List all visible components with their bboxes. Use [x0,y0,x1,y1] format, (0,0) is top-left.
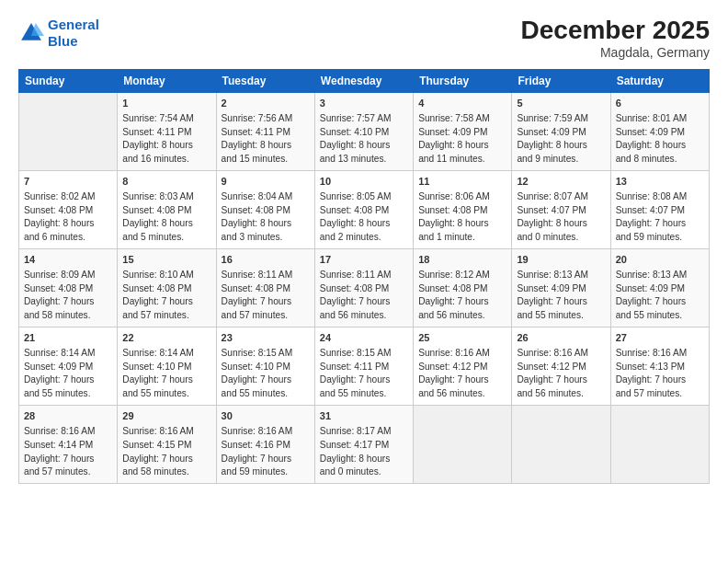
day-info: Daylight: 8 hours [517,139,605,153]
week-row-3: 14Sunrise: 8:09 AMSunset: 4:08 PMDayligh… [19,248,710,327]
day-info: and 57 minutes. [24,465,112,479]
day-info: Sunrise: 8:14 AM [24,347,112,361]
calendar-cell: 31Sunrise: 8:17 AMSunset: 4:17 PMDayligh… [314,406,413,484]
logo-icon [18,20,44,46]
day-info: Daylight: 7 hours [616,373,704,387]
day-info: Sunrise: 8:05 AM [320,190,408,204]
day-info: Daylight: 7 hours [24,295,112,309]
day-number: 15 [122,253,210,268]
day-info: Daylight: 8 hours [122,217,210,231]
day-info: Sunrise: 8:16 AM [418,347,506,361]
calendar-cell: 17Sunrise: 8:11 AMSunset: 4:08 PMDayligh… [314,248,413,327]
header-day-sunday: Sunday [19,69,118,92]
day-info: and 0 minutes. [517,231,605,245]
day-info: Sunset: 4:11 PM [320,361,408,374]
calendar-cell: 7Sunrise: 8:02 AMSunset: 4:08 PMDaylight… [19,170,118,248]
calendar-cell: 13Sunrise: 8:08 AMSunset: 4:07 PMDayligh… [610,170,709,248]
day-info: Daylight: 7 hours [517,373,605,387]
day-info: and 57 minutes. [222,309,310,323]
header-row: SundayMondayTuesdayWednesdayThursdayFrid… [19,69,710,92]
day-info: Daylight: 7 hours [122,373,210,387]
day-info: and 57 minutes. [122,309,210,323]
day-number: 10 [320,175,408,190]
day-info: and 55 minutes. [517,309,605,323]
calendar-cell: 12Sunrise: 8:07 AMSunset: 4:07 PMDayligh… [512,170,610,248]
day-info: Daylight: 7 hours [122,295,210,309]
day-info: Daylight: 7 hours [517,295,605,309]
day-info: Daylight: 7 hours [320,295,408,309]
day-info: Sunset: 4:07 PM [517,204,605,218]
day-info: Daylight: 8 hours [122,139,210,153]
calendar-cell: 28Sunrise: 8:16 AMSunset: 4:14 PMDayligh… [19,406,118,484]
day-info: Sunrise: 8:16 AM [616,347,704,361]
day-number: 1 [122,97,210,111]
logo-line1: General [48,17,99,32]
day-info: Sunrise: 8:10 AM [122,269,210,282]
day-info: Sunset: 4:08 PM [418,204,506,218]
day-number: 16 [222,253,310,268]
day-info: Sunrise: 8:08 AM [616,190,704,204]
day-info: Sunrise: 7:56 AM [222,112,310,126]
day-info: Sunrise: 8:14 AM [122,347,210,361]
calendar-cell: 25Sunrise: 8:16 AMSunset: 4:12 PMDayligh… [414,327,512,405]
day-info: Sunset: 4:08 PM [24,204,112,218]
calendar-cell [610,406,709,484]
calendar-subtitle: Magdala, Germany [521,45,710,60]
logo-text: General Blue [48,17,99,50]
day-number: 26 [517,331,605,346]
day-info: Daylight: 8 hours [222,139,310,153]
calendar-cell: 21Sunrise: 8:14 AMSunset: 4:09 PMDayligh… [19,327,118,405]
day-info: Sunset: 4:10 PM [222,361,310,374]
day-info: Sunrise: 8:04 AM [222,190,310,204]
day-number: 27 [616,331,704,346]
day-number: 7 [24,175,112,190]
day-number: 28 [24,409,112,424]
day-info: Daylight: 7 hours [320,373,408,387]
page: General Blue December 2025 Magdala, Germ… [0,0,728,563]
day-info: and 56 minutes. [517,387,605,401]
day-info: Sunrise: 7:54 AM [122,112,210,126]
calendar-cell: 24Sunrise: 8:15 AMSunset: 4:11 PMDayligh… [314,327,413,405]
day-number: 22 [122,331,210,346]
day-info: and 55 minutes. [616,309,704,323]
day-info: Sunrise: 7:58 AM [418,112,506,126]
day-info: Daylight: 7 hours [24,373,112,387]
day-info: Sunset: 4:08 PM [222,282,310,296]
day-info: Sunrise: 8:16 AM [222,425,310,439]
day-info: and 8 minutes. [616,153,704,167]
day-info: Daylight: 8 hours [320,139,408,153]
day-info: Daylight: 7 hours [616,217,704,231]
day-info: Sunset: 4:07 PM [616,204,704,218]
day-number: 9 [222,175,310,190]
day-info: and 55 minutes. [320,387,408,401]
day-number: 19 [517,253,605,268]
day-info: Daylight: 8 hours [616,139,704,153]
calendar-cell: 14Sunrise: 8:09 AMSunset: 4:08 PMDayligh… [19,248,118,327]
day-info: Daylight: 7 hours [222,373,310,387]
calendar-cell [19,92,118,170]
day-info: Sunrise: 8:09 AM [24,269,112,282]
day-info: Sunset: 4:08 PM [222,204,310,218]
calendar-table: SundayMondayTuesdayWednesdayThursdayFrid… [18,69,710,484]
day-number: 31 [320,409,408,424]
day-info: Sunrise: 8:12 AM [418,269,506,282]
day-number: 13 [616,175,704,190]
calendar-cell: 30Sunrise: 8:16 AMSunset: 4:16 PMDayligh… [216,406,314,484]
week-row-1: 1Sunrise: 7:54 AMSunset: 4:11 PMDaylight… [19,92,710,170]
day-info: Sunrise: 7:59 AM [517,112,605,126]
day-info: Sunrise: 8:06 AM [418,190,506,204]
day-info: and 57 minutes. [616,387,704,401]
day-info: Daylight: 8 hours [517,217,605,231]
day-info: Daylight: 7 hours [222,453,310,466]
day-info: Sunrise: 8:15 AM [222,347,310,361]
day-info: and 3 minutes. [222,231,310,245]
calendar-cell [414,406,512,484]
day-info: and 5 minutes. [122,231,210,245]
day-info: Sunset: 4:08 PM [320,282,408,296]
day-info: Daylight: 8 hours [222,217,310,231]
day-info: Sunrise: 8:15 AM [320,347,408,361]
day-info: Sunrise: 7:57 AM [320,112,408,126]
day-info: Sunset: 4:09 PM [616,126,704,140]
day-info: Sunrise: 8:16 AM [517,347,605,361]
day-number: 2 [222,97,310,111]
